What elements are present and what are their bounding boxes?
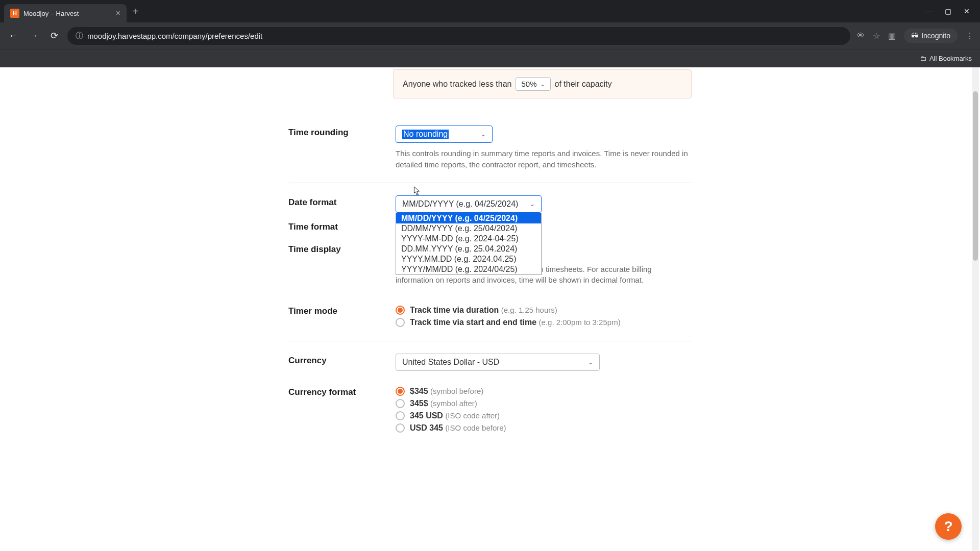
currency-format-opt-main: USD 345 xyxy=(410,423,443,432)
time-display-label: Time display xyxy=(288,242,380,286)
currency-format-option[interactable]: 345 USD (ISO code after) xyxy=(396,410,692,422)
incognito-label: Incognito xyxy=(921,32,950,40)
radio-icon xyxy=(396,423,405,433)
date-format-select[interactable]: MM/DD/YYYY (e.g. 04/25/2024) ⌄ xyxy=(396,195,542,213)
currency-format-option[interactable]: 345$ (symbol after) xyxy=(396,397,692,410)
currency-format-opt-hint: (ISO code after) xyxy=(445,411,500,420)
date-format-option[interactable]: YYYY-MM-DD (e.g. 2024-04-25) xyxy=(396,234,541,244)
date-format-label: Date format xyxy=(288,195,380,213)
currency-value: United States Dollar - USD xyxy=(402,358,499,367)
date-format-option[interactable]: MM/DD/YYYY (e.g. 04/25/2024) xyxy=(396,213,541,223)
close-tab-icon[interactable]: × xyxy=(116,9,120,18)
date-format-option[interactable]: DD/MM/YYYY (e.g. 25/04/2024) xyxy=(396,223,541,234)
minimize-icon[interactable]: — xyxy=(925,7,933,15)
radio-icon xyxy=(396,387,405,396)
date-format-option[interactable]: YYYY/MM/DD (e.g. 2024/04/25) xyxy=(396,264,541,274)
timer-mode-opt2-main: Track time via start and end time xyxy=(410,318,536,327)
timer-mode-opt2-hint: (e.g. 2:00pm to 3:25pm) xyxy=(539,318,621,327)
currency-format-option[interactable]: $345 (symbol before) xyxy=(396,385,692,397)
bookmarks-bar: 🗀 All Bookmarks xyxy=(0,49,980,67)
url-text: moodjoy.harvestapp.com/company/preferenc… xyxy=(87,32,262,40)
date-format-dropdown: MM/DD/YYYY (e.g. 04/25/2024) DD/MM/YYYY … xyxy=(396,213,542,275)
help-fab-button[interactable]: ? xyxy=(935,513,962,540)
currency-select[interactable]: United States Dollar - USD ⌄ xyxy=(396,354,600,371)
panel-icon[interactable]: ▥ xyxy=(888,31,896,41)
currency-format-section: Currency format $345 (symbol before) 345… xyxy=(288,383,692,446)
time-rounding-value: No rounding xyxy=(402,130,449,139)
new-tab-button[interactable]: + xyxy=(133,6,139,17)
date-format-option[interactable]: DD.MM.YYYY (e.g. 25.04.2024) xyxy=(396,244,541,254)
maximize-icon[interactable]: ▢ xyxy=(945,7,951,15)
eye-off-icon[interactable]: 👁 xyxy=(856,31,865,40)
chevron-down-icon: ⌄ xyxy=(540,81,545,88)
capacity-percent-value: 50% xyxy=(521,80,536,88)
addr-bar-right: 👁 ☆ ▥ 🕶 Incognito ⋮ xyxy=(856,29,974,43)
favicon-icon: H xyxy=(10,9,19,18)
tab-title: Moodjoy – Harvest xyxy=(23,10,79,17)
radio-icon xyxy=(396,411,405,420)
radio-icon xyxy=(396,399,405,408)
back-button[interactable]: ← xyxy=(6,31,20,41)
time-rounding-select[interactable]: No rounding ⌄ xyxy=(396,126,493,143)
close-window-icon[interactable]: ✕ xyxy=(964,7,970,15)
notice-suffix: of their capacity xyxy=(555,80,612,89)
time-rounding-section: Time rounding No rounding ⌄ This control… xyxy=(288,113,692,183)
timer-mode-startend-option[interactable]: Track time via start and end time (e.g. … xyxy=(396,316,692,329)
window-controls: — ▢ ✕ xyxy=(925,7,976,15)
timer-mode-opt1-main: Track time via duration xyxy=(410,306,499,314)
date-format-value: MM/DD/YYYY (e.g. 04/25/2024) xyxy=(402,199,518,209)
radio-icon xyxy=(396,318,405,327)
browser-tab[interactable]: H Moodjoy – Harvest × xyxy=(4,4,127,22)
tab-bar: H Moodjoy – Harvest × + — ▢ ✕ xyxy=(0,0,980,22)
time-format-label: Time format xyxy=(288,220,380,232)
reload-button[interactable]: ⟳ xyxy=(47,30,61,41)
currency-format-opt-main: 345$ xyxy=(410,399,428,408)
currency-format-option[interactable]: USD 345 (ISO code before) xyxy=(396,422,692,434)
timer-mode-opt1-hint: (e.g. 1.25 hours) xyxy=(501,306,557,314)
radio-icon xyxy=(396,306,405,315)
currency-label: Currency xyxy=(288,354,380,371)
chevron-down-icon: ⌄ xyxy=(530,201,535,208)
currency-section: Currency United States Dollar - USD ⌄ xyxy=(288,341,692,383)
date-format-section: Date format MM/DD/YYYY (e.g. 04/25/2024)… xyxy=(288,183,692,225)
all-bookmarks-link[interactable]: All Bookmarks xyxy=(929,55,972,62)
address-bar: ← → ⟳ ⓘ moodjoy.harvestapp.com/company/p… xyxy=(0,22,980,49)
time-rounding-helper: This controls rounding in summary time r… xyxy=(396,148,692,170)
timer-mode-section: Timer mode Track time via duration (e.g.… xyxy=(288,298,692,341)
date-format-option[interactable]: YYYY.MM.DD (e.g. 2024.04.25) xyxy=(396,254,541,264)
capacity-percent-select[interactable]: 50% ⌄ xyxy=(516,77,550,91)
currency-format-opt-hint: (symbol before) xyxy=(430,387,483,395)
currency-format-opt-main: $345 xyxy=(410,387,428,395)
incognito-icon: 🕶 xyxy=(911,32,918,40)
currency-format-label: Currency format xyxy=(288,385,380,434)
site-info-icon[interactable]: ⓘ xyxy=(76,31,83,41)
page-content: Anyone who tracked less than 50% ⌄ of th… xyxy=(0,67,980,551)
scrollbar-thumb[interactable] xyxy=(973,91,978,261)
currency-format-opt-hint: (ISO code before) xyxy=(445,423,506,432)
url-field[interactable]: ⓘ moodjoy.harvestapp.com/company/prefere… xyxy=(67,27,850,45)
timer-mode-label: Timer mode xyxy=(288,304,380,329)
bookmark-star-icon[interactable]: ☆ xyxy=(873,31,880,41)
chevron-down-icon: ⌄ xyxy=(481,131,486,138)
browser-chrome: H Moodjoy – Harvest × + — ▢ ✕ ← → ⟳ ⓘ mo… xyxy=(0,0,980,67)
time-rounding-label: Time rounding xyxy=(288,126,380,170)
timer-mode-duration-option[interactable]: Track time via duration (e.g. 1.25 hours… xyxy=(396,304,692,316)
notice-prefix: Anyone who tracked less than xyxy=(403,80,511,89)
forward-button[interactable]: → xyxy=(27,31,41,41)
kebab-menu-icon[interactable]: ⋮ xyxy=(966,31,974,41)
currency-format-opt-hint: (symbol after) xyxy=(430,399,477,408)
currency-format-opt-main: 345 USD xyxy=(410,411,443,420)
incognito-chip[interactable]: 🕶 Incognito xyxy=(904,29,958,43)
chevron-down-icon: ⌄ xyxy=(588,359,593,366)
capacity-notice: Anyone who tracked less than 50% ⌄ of th… xyxy=(393,69,692,98)
vertical-scrollbar[interactable] xyxy=(972,67,979,551)
folder-icon: 🗀 xyxy=(920,55,926,62)
